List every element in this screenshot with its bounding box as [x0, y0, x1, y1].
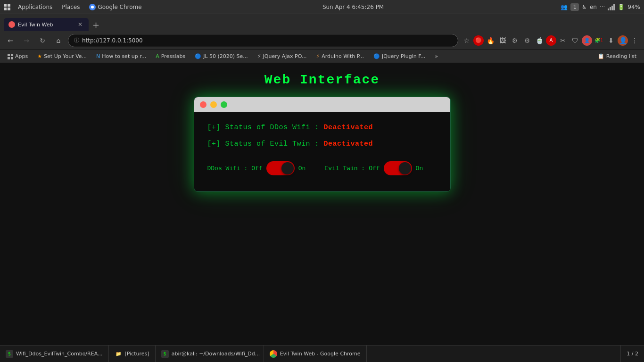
reload-button[interactable]: ↻ — [36, 34, 49, 47]
accessibility-icon: ♿ — [582, 4, 587, 10]
apps-grid-bookmark-icon — [8, 54, 13, 59]
toggles-row: DDos Wifi : Off On Evil Twin : Off — [207, 156, 437, 180]
window-maximize-button[interactable] — [221, 101, 227, 108]
page-content: Web Interface [+] Status of DDos Wifi : … — [0, 63, 644, 345]
shield-icon[interactable]: 🛡 — [570, 35, 581, 46]
bookmark-star-icon[interactable]: ☆ — [461, 35, 472, 46]
evil-twin-on-label: On — [416, 165, 423, 172]
address-input[interactable]: ⓘ http://127.0.0.1:5000 — [68, 34, 458, 47]
reading-list-icon: 📋 — [598, 53, 604, 59]
new-tab-button[interactable]: + — [89, 18, 103, 31]
evil-twin-off-label: Off — [369, 165, 380, 172]
window-close-button[interactable] — [200, 101, 206, 108]
taskbar-chrome[interactable]: Evil Twin Web - Google Chrome — [264, 346, 367, 362]
datetime-display: Sun Apr 4 6:45:26 PM — [148, 4, 559, 10]
taskbar-terminal2[interactable]: $ abir@kali: ~/Downloads/Wifi_Dd... — [156, 346, 264, 362]
terminal2-icon: $ — [161, 350, 169, 358]
ddos-toggle-group: DDos Wifi : Off On — [207, 161, 306, 175]
reading-list-button[interactable]: 📋 Reading list — [594, 52, 640, 60]
addon-badge-icon[interactable]: 🧩1 — [593, 35, 604, 46]
bookmark-more[interactable]: » — [431, 52, 442, 60]
bookmark-1[interactable]: ★ Set Up Your Ve... — [33, 52, 91, 60]
bookmark-7[interactable]: 🔵 jQuery Plugin F... — [370, 52, 429, 60]
top-taskbar: Applications Places Google Chrome Sun Ap… — [0, 0, 644, 14]
svg-rect-2 — [8, 54, 10, 56]
bottom-taskbar: $ Wifi_Ddos_EvilTwin_Combo/REA... 📁 [Pic… — [0, 345, 644, 362]
people-icon: 👥 — [561, 4, 568, 10]
evil-twin-toggle-switch[interactable] — [384, 161, 412, 175]
tab-close-button[interactable]: ✕ — [76, 21, 84, 28]
svg-point-1 — [91, 6, 94, 8]
bookmark-apps[interactable]: Apps — [4, 52, 32, 60]
svg-rect-3 — [11, 54, 13, 56]
addon3-icon[interactable]: 🖼 — [497, 35, 508, 46]
evil-twin-status-line: [+] Status of Evil Twin : Deactivated — [207, 140, 437, 148]
addon1-icon[interactable]: 🔴 — [473, 35, 484, 46]
battery-icon: 🔋 — [618, 4, 625, 10]
addon2-icon[interactable]: 🔥 — [485, 35, 496, 46]
forward-button[interactable]: → — [20, 34, 33, 47]
home-button[interactable]: ⌂ — [52, 34, 65, 47]
toolbar-icons: ☆ 🔴 🔥 🖼 ⚙ ⚙ 🍵 A ✂ 🛡 👤 🧩1 ⬇ 👤 ⋮ — [461, 35, 640, 46]
ddos-toggle-switch[interactable] — [266, 161, 295, 175]
bookmark-4[interactable]: 🔵 JL 50 (2020) Se... — [191, 52, 252, 60]
addon6-icon[interactable]: ✂ — [557, 35, 569, 46]
download-icon[interactable]: ⬇ — [605, 35, 617, 46]
chrome-menu[interactable]: Google Chrome — [85, 3, 145, 11]
evil-twin-toggle-thumb — [399, 162, 411, 174]
terminal-icon: $ — [6, 350, 13, 358]
bookmarks-bar: Apps ★ Set Up Your Ve... N How to set up… — [0, 50, 644, 63]
system-tray: 👥 1 ♿ en ··· 🔋 94% — [561, 3, 640, 11]
taskbar-files[interactable]: 📁 [Pictures] — [109, 346, 156, 362]
bookmark-6[interactable]: ⚡ Arduino With P... — [312, 52, 368, 60]
tab-title: Evil Twin Web — [18, 22, 74, 28]
bookmark-1-icon: ★ — [37, 53, 42, 59]
bookmark-6-icon: ⚡ — [316, 53, 320, 59]
settings-icon[interactable]: ⚙ — [509, 35, 520, 46]
chrome-browser: Evil Twin Web ✕ + ← → ↻ ⌂ ⓘ http://127.0… — [0, 14, 644, 345]
lock-icon: ⓘ — [74, 37, 79, 44]
profile-icon[interactable]: 👤 — [618, 35, 628, 46]
ddos-toggle-label: DDos Wifi : — [207, 165, 248, 172]
ddos-status-line: [+] Status of DDos Wifi : Deactivated — [207, 123, 437, 132]
chrome-icon — [89, 4, 96, 10]
places-menu[interactable]: Places — [58, 3, 83, 11]
more-options-icon[interactable]: ⋮ — [629, 35, 640, 46]
taskbar-terminal[interactable]: $ Wifi_Ddos_EvilTwin_Combo/REA... — [0, 346, 109, 362]
tab-favicon — [8, 21, 15, 28]
bookmark-2-icon: N — [96, 53, 100, 59]
battery-percent: 94% — [627, 4, 640, 10]
user-icon[interactable]: 👤 — [582, 35, 592, 46]
ddos-status-value: Deactivated — [324, 123, 373, 132]
back-button[interactable]: ← — [4, 34, 17, 47]
bookmark-2[interactable]: N How to set up r... — [92, 52, 150, 60]
language-indicator[interactable]: en — [590, 4, 597, 10]
bookmark-4-icon: 🔵 — [195, 53, 201, 59]
bookmark-3[interactable]: A Presslabs — [152, 52, 189, 60]
ddos-on-label: On — [298, 165, 306, 172]
evil-twin-toggle-label: Evil Twin : — [324, 165, 365, 172]
apps-grid-icon[interactable] — [4, 4, 10, 10]
bookmark-3-icon: A — [156, 53, 159, 59]
terminal-body: [+] Status of DDos Wifi : Deactivated [+… — [194, 112, 450, 191]
bookmark-5[interactable]: ⚡ JQuery Ajax PO... — [254, 52, 311, 60]
ddos-off-label: Off — [251, 165, 262, 172]
ddos-toggle-thumb — [281, 162, 294, 174]
svg-rect-4 — [8, 57, 10, 59]
adblocker-icon[interactable]: A — [546, 35, 556, 46]
window-minimize-button[interactable] — [210, 101, 217, 108]
applications-menu[interactable]: Applications — [14, 3, 56, 11]
bookmark-5-icon: ⚡ — [257, 53, 261, 59]
addon4-icon[interactable]: ⚙ — [521, 35, 533, 46]
ddos-status-prefix: [+] Status of DDos Wifi : — [207, 123, 324, 132]
addon5-icon[interactable]: 🍵 — [534, 35, 545, 46]
folder-icon: 📁 — [115, 350, 122, 358]
signal-strength-icon — [608, 4, 615, 10]
bookmark-7-icon: 🔵 — [373, 53, 380, 59]
evil-twin-status-prefix: [+] Status of Evil Twin : — [207, 140, 324, 148]
url-text: http://127.0.0.1:5000 — [82, 37, 143, 44]
page-title: Web Interface — [264, 73, 380, 87]
workspace-indicator: 1 — [570, 3, 579, 11]
page-indicator: 1 / 2 — [620, 346, 644, 362]
active-tab[interactable]: Evil Twin Web ✕ — [4, 18, 89, 31]
